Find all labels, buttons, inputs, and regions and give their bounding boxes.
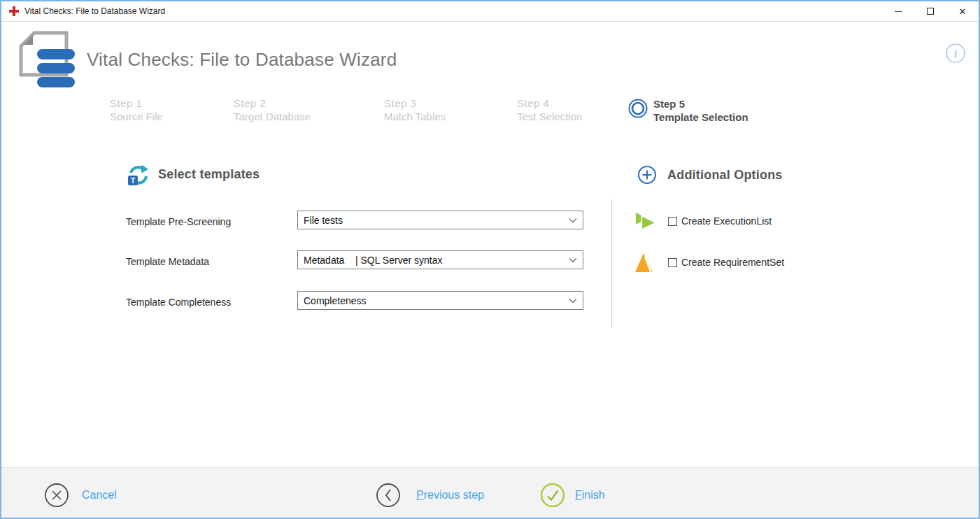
requirement-set-icon: [634, 252, 655, 273]
svg-text:T: T: [131, 176, 136, 185]
checkbox-create-requirementset[interactable]: [668, 258, 677, 267]
title-bar: Vital Checks: File to Database Wizard ✕: [1, 1, 979, 22]
dropdown-value: File tests: [304, 215, 569, 226]
red-cross-app-icon: [8, 6, 20, 17]
template-sync-icon: T: [127, 163, 150, 186]
execution-list-icon: [634, 211, 657, 232]
svg-text:i: i: [954, 47, 958, 60]
section-divider: [611, 199, 612, 328]
chevron-down-icon: [569, 218, 577, 223]
cancel-button[interactable]: Cancel: [44, 483, 117, 508]
previous-step-button[interactable]: Previous step: [376, 483, 484, 508]
wizard-window: Vital Checks: File to Database Wizard ✕ …: [0, 0, 980, 519]
option-label[interactable]: Create ExecutionList: [681, 215, 772, 227]
finish-button[interactable]: Finish: [540, 483, 605, 508]
close-button[interactable]: ✕: [946, 1, 979, 22]
label-template-metadata: Template Metadata: [126, 256, 209, 267]
step-indicator-1: Step 1 Source File: [110, 97, 163, 123]
option-create-requirementset[interactable]: Create RequirementSet: [634, 251, 784, 273]
dropdown-value: Completeness: [304, 295, 569, 306]
dropdown-template-completeness[interactable]: Completeness: [297, 291, 583, 310]
option-create-executionlist[interactable]: Create ExecutionList: [634, 210, 772, 232]
chevron-down-icon: [569, 257, 577, 263]
option-label[interactable]: Create RequirementSet: [681, 257, 784, 268]
close-icon: ✕: [959, 7, 967, 16]
step-indicator-2: Step 2 Target Database: [234, 97, 311, 123]
window-title: Vital Checks: File to Database Wizard: [24, 6, 165, 16]
page-title: Vital Checks: File to Database Wizard: [87, 49, 397, 71]
step-indicator-3: Step 3 Match Tables: [384, 97, 446, 123]
minimize-button[interactable]: [882, 1, 914, 22]
info-button[interactable]: i: [945, 43, 966, 66]
back-circle-icon: [376, 483, 401, 508]
info-icon: i: [945, 43, 966, 64]
dropdown-template-pre-screening[interactable]: File tests: [297, 211, 583, 229]
maximize-button[interactable]: [914, 1, 946, 22]
circle-plus-icon: [637, 165, 657, 185]
additional-options-header: Additional Options: [637, 165, 783, 185]
label-template-completeness: Template Completeness: [126, 297, 231, 308]
select-templates-header: T Select templates: [127, 163, 260, 186]
maximize-icon: [927, 8, 934, 15]
checkbox-create-executionlist[interactable]: [668, 217, 677, 226]
step-indicator-5-active: Step 5 Template Selection: [627, 97, 748, 124]
cancel-circle-icon: [44, 483, 69, 508]
footer-bar: Cancel Previous step Finish: [1, 467, 979, 518]
minimize-icon: [895, 11, 902, 12]
dropdown-template-metadata[interactable]: Metadata | SQL Server syntax: [297, 250, 583, 269]
step-indicator-4: Step 4 Test Selection: [517, 97, 582, 123]
select-templates-title: Select templates: [158, 167, 260, 182]
file-database-logo: [12, 29, 75, 92]
cancel-label: Cancel: [82, 489, 117, 502]
label-template-pre-screening: Template Pre-Screening: [126, 216, 231, 227]
additional-options-title: Additional Options: [667, 168, 783, 183]
active-step-ring-icon: [627, 98, 648, 119]
dropdown-value: Metadata | SQL Server syntax: [304, 255, 569, 266]
previous-step-label: Previous step: [416, 489, 484, 502]
chevron-down-icon: [569, 298, 577, 304]
finish-label: Finish: [575, 489, 605, 502]
check-circle-icon: [540, 483, 565, 508]
window-controls: ✕: [882, 1, 979, 22]
